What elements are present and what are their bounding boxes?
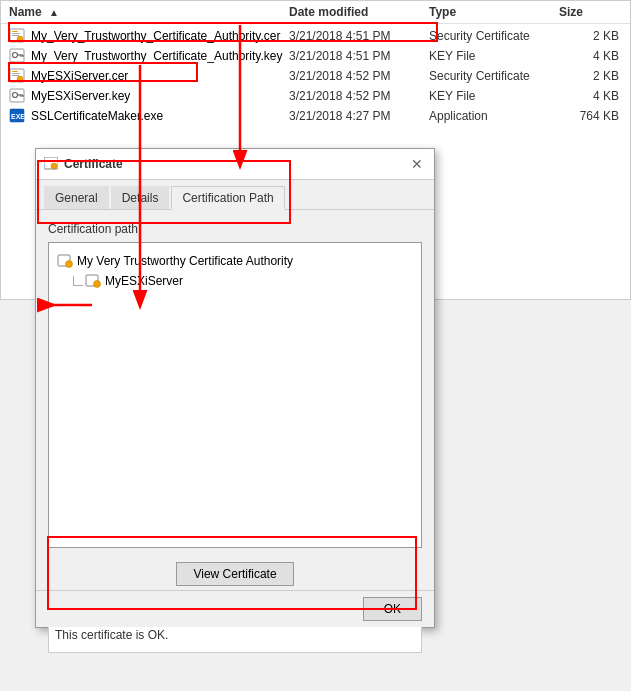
cert-tree-root-icon: [57, 253, 73, 269]
svg-rect-11: [12, 71, 18, 72]
file-date: 3/21/2018 4:51 PM: [289, 49, 429, 63]
file-list: My_Very_Trustworthy_Certificate_Authorit…: [1, 24, 630, 128]
file-size: 2 KB: [559, 69, 619, 83]
svg-rect-1: [12, 31, 18, 32]
cert-tree-root-label: My Very Trustworthy Certificate Authorit…: [77, 254, 293, 268]
col-name-header: Name ▲: [9, 5, 289, 19]
file-type: Security Certificate: [429, 69, 559, 83]
file-size: 4 KB: [559, 49, 619, 63]
view-certificate-button[interactable]: View Certificate: [176, 562, 293, 586]
file-type: KEY File: [429, 49, 559, 63]
file-row[interactable]: MyESXiServer.cer 3/21/2018 4:52 PM Secur…: [1, 66, 630, 86]
cert-icon: [9, 68, 27, 84]
file-name: SSLCertificateMaker.exe: [31, 109, 289, 123]
file-row[interactable]: My_Very_Trustworthy_Certificate_Authorit…: [1, 46, 630, 66]
file-size: 4 KB: [559, 89, 619, 103]
file-size: 764 KB: [559, 109, 619, 123]
exe-icon: EXE: [9, 108, 27, 124]
name-col-label: Name: [9, 5, 42, 19]
dialog-title-left: Certificate: [44, 157, 123, 171]
tab-general[interactable]: General: [44, 186, 109, 209]
tab-details[interactable]: Details: [111, 186, 170, 209]
svg-rect-2: [12, 33, 20, 34]
cert-tree-child[interactable]: MyESXiServer: [73, 271, 413, 291]
cert-tree-child-icon: [85, 273, 101, 289]
close-button[interactable]: ✕: [408, 155, 426, 173]
ok-button[interactable]: OK: [363, 597, 422, 621]
svg-rect-12: [12, 73, 20, 74]
svg-rect-3: [12, 35, 19, 36]
key-icon: [9, 88, 27, 104]
cert-status-box: This certificate is OK.: [48, 623, 422, 653]
file-date: 3/21/2018 4:27 PM: [289, 109, 429, 123]
tab-bar: General Details Certification Path: [36, 180, 434, 210]
file-type: KEY File: [429, 89, 559, 103]
svg-rect-13: [12, 75, 19, 76]
file-row[interactable]: My_Very_Trustworthy_Certificate_Authorit…: [1, 26, 630, 46]
dialog-titlebar: Certificate ✕: [36, 149, 434, 180]
file-size: 2 KB: [559, 29, 619, 43]
sort-arrow: ▲: [49, 7, 59, 18]
col-size-header: Size: [559, 5, 619, 19]
dialog-footer: OK: [36, 590, 434, 627]
cert-tree-root[interactable]: My Very Trustworthy Certificate Authorit…: [57, 251, 413, 271]
file-date: 3/21/2018 4:52 PM: [289, 89, 429, 103]
file-date: 3/21/2018 4:52 PM: [289, 69, 429, 83]
cert-icon: [9, 28, 27, 44]
file-name: My_Very_Trustworthy_Certificate_Authorit…: [31, 29, 289, 43]
file-date: 3/21/2018 4:51 PM: [289, 29, 429, 43]
cert-path-label: Certification path: [48, 222, 422, 236]
file-name: MyESXiServer.cer: [31, 69, 289, 83]
col-type-header: Type: [429, 5, 559, 19]
svg-point-4: [17, 36, 23, 42]
file-type: Application: [429, 109, 559, 123]
file-name: My_Very_Trustworthy_Certificate_Authorit…: [31, 49, 289, 63]
key-icon: [9, 48, 27, 64]
file-explorer-header: Name ▲ Date modified Type Size: [1, 1, 630, 24]
svg-point-25: [66, 261, 73, 268]
dialog-title: Certificate: [64, 157, 123, 171]
file-row[interactable]: MyESXiServer.key 3/21/2018 4:52 PM KEY F…: [1, 86, 630, 106]
file-row[interactable]: EXE SSLCertificateMaker.exe 3/21/2018 4:…: [1, 106, 630, 126]
file-type: Security Certificate: [429, 29, 559, 43]
cert-tree-child-label: MyESXiServer: [105, 274, 183, 288]
svg-point-27: [94, 281, 101, 288]
tab-certification-path[interactable]: Certification Path: [171, 186, 284, 210]
cert-status-text: This certificate is OK.: [55, 628, 168, 642]
certificate-dialog: Certificate ✕ General Details Certificat…: [35, 148, 435, 628]
col-date-header: Date modified: [289, 5, 429, 19]
cert-path-box: My Very Trustworthy Certificate Authorit…: [48, 242, 422, 548]
dialog-body: Certification path My Very Trustworthy C…: [36, 210, 434, 598]
cert-title-icon: [44, 157, 58, 171]
svg-point-14: [17, 76, 23, 82]
file-name: MyESXiServer.key: [31, 89, 289, 103]
svg-point-23: [51, 163, 57, 169]
svg-text:EXE: EXE: [11, 113, 25, 120]
tree-connector: [73, 276, 83, 286]
